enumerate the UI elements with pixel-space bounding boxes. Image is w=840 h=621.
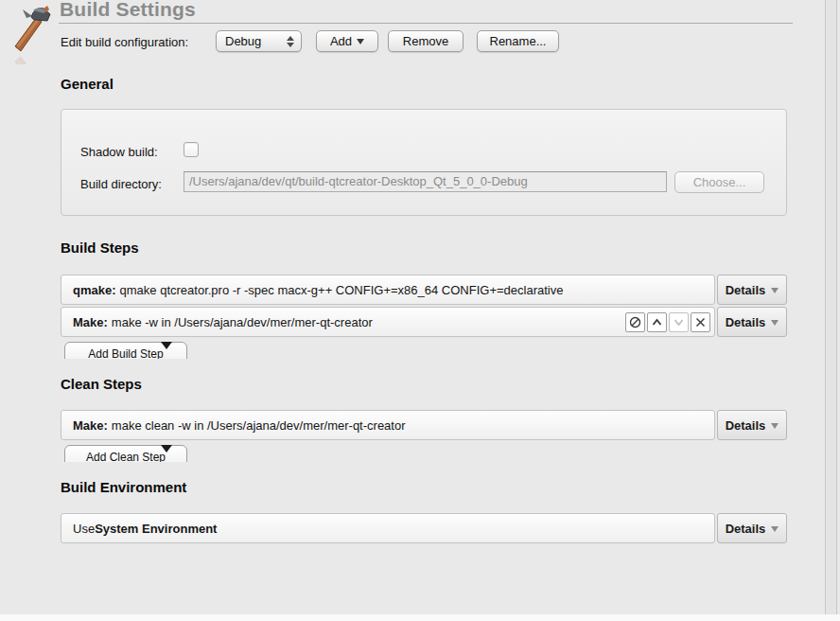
build-environment-heading: Build Environment (61, 479, 186, 495)
choose-button[interactable]: Choose... (674, 171, 764, 193)
add-clean-step-button[interactable]: Add Clean Step (64, 445, 187, 462)
page-title: Build Settings (60, 0, 196, 21)
move-step-down-button[interactable] (669, 312, 689, 332)
build-directory-input[interactable]: /Users/ajana/dev/qt/build-qtcreator-Desk… (184, 171, 667, 192)
env-row-prefix: Use (73, 522, 95, 536)
remove-step-button[interactable] (691, 312, 710, 332)
build-directory-label: Build directory: (80, 177, 162, 191)
caret-down-icon (161, 445, 172, 452)
step-command: make clean -w in /Users/ajana/dev/mer/me… (112, 418, 406, 433)
shadow-build-checkbox[interactable] (184, 142, 199, 157)
details-label: Details (726, 522, 766, 536)
vertical-scrollbar[interactable] (825, 0, 837, 621)
caret-down-icon (161, 342, 172, 349)
build-step-row-qmake[interactable]: qmake: qmake qtcreator.pro -r -spec macx… (61, 275, 715, 305)
circle-slash-icon (629, 316, 641, 328)
caret-down-icon (771, 526, 779, 532)
build-environment-row[interactable]: Use System Environment (61, 513, 715, 543)
x-icon (694, 316, 707, 328)
build-steps-heading: Build Steps (61, 240, 139, 256)
remove-button[interactable]: Remove (388, 30, 464, 52)
build-configuration-value: Debug (225, 34, 261, 48)
step-name: Make: (73, 315, 108, 329)
env-row-bold: System Environment (95, 522, 217, 536)
move-step-up-button[interactable] (647, 312, 667, 332)
add-button[interactable]: Add (316, 30, 378, 52)
step-command: make -w in /Users/ajana/dev/mer/mer-qt-c… (112, 315, 373, 329)
edit-build-configuration-label: Edit build configuration: (61, 35, 188, 49)
add-build-step-button[interactable]: Add Build Step (64, 342, 187, 359)
chevron-down-icon (673, 316, 685, 328)
rename-button[interactable]: Rename... (477, 30, 559, 52)
details-label: Details (726, 283, 766, 297)
shadow-build-label: Shadow build: (80, 145, 158, 159)
build-step-row-make[interactable]: Make: make -w in /Users/ajana/dev/mer/me… (61, 307, 715, 337)
build-settings-page: Build Settings Edit build configuration:… (0, 0, 840, 621)
clean-make-details-button[interactable]: Details (717, 410, 787, 440)
disable-step-button[interactable] (625, 312, 645, 332)
general-heading: General (61, 76, 114, 92)
hammer-icon (5, 2, 52, 64)
caret-down-icon (357, 39, 364, 44)
caret-down-icon (771, 288, 779, 293)
qmake-details-button[interactable]: Details (717, 275, 787, 305)
step-command: qmake qtcreator.pro -r -spec macx-g++ CO… (120, 283, 564, 297)
chevron-up-icon (651, 316, 663, 328)
environment-details-button[interactable]: Details (717, 513, 787, 543)
clean-step-row-make[interactable]: Make: make clean -w in /Users/ajana/dev/… (61, 410, 715, 440)
step-name: qmake: (73, 283, 116, 297)
caret-down-icon (771, 320, 779, 326)
add-build-step-clip: Add Build Step (64, 342, 189, 359)
add-button-label: Add (330, 34, 352, 48)
add-clean-step-label: Add Clean Step (86, 451, 166, 462)
add-build-step-label: Add Build Step (88, 347, 163, 359)
caret-down-icon (771, 423, 779, 429)
title-divider (59, 23, 793, 24)
add-clean-step-clip: Add Clean Step (64, 445, 189, 462)
stepper-icon (287, 36, 294, 47)
step-tools (625, 312, 710, 332)
build-configuration-select[interactable]: Debug (216, 30, 302, 52)
step-name: Make: (73, 418, 108, 433)
general-panel (61, 109, 787, 216)
details-label: Details (726, 315, 766, 329)
make-details-button[interactable]: Details (717, 307, 787, 337)
clean-steps-heading: Clean Steps (61, 376, 142, 392)
bottom-strip (0, 614, 840, 621)
details-label: Details (726, 418, 766, 433)
